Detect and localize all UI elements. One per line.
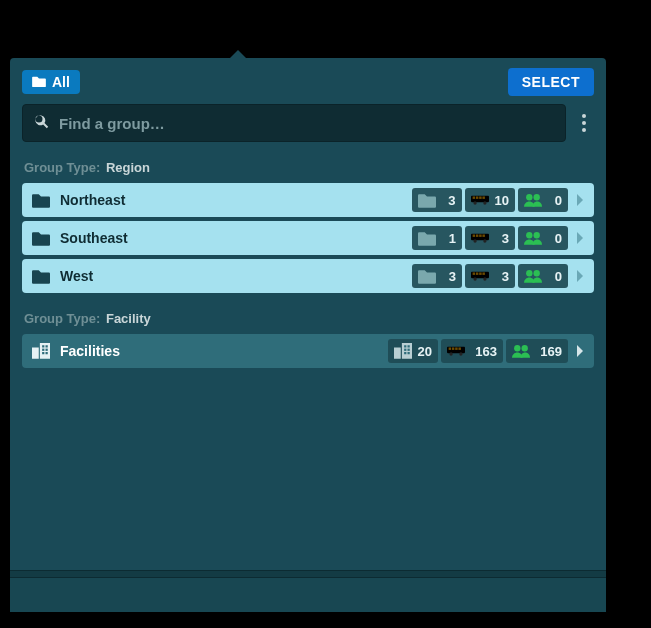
group-name: Northeast: [60, 192, 412, 208]
chevron-right-icon[interactable]: [570, 270, 590, 282]
count-value: 3: [495, 269, 509, 284]
select-button[interactable]: SELECT: [508, 68, 594, 96]
folder-icon: [32, 230, 50, 246]
count-badge-building: 20: [388, 339, 438, 363]
footer-divider: [10, 570, 606, 578]
group-row[interactable]: Southeast130: [22, 221, 594, 255]
folder-icon: [418, 269, 436, 283]
search-icon: [33, 113, 59, 133]
count-badge-people: 0: [518, 188, 568, 212]
folder-icon: [32, 74, 46, 90]
count-value: 169: [536, 344, 562, 359]
people-icon: [524, 193, 542, 207]
badge-group: 3100: [412, 188, 568, 212]
chevron-right-icon[interactable]: [570, 232, 590, 244]
footer-bar: [10, 578, 606, 612]
search-row: [10, 104, 606, 152]
building-icon: [394, 344, 412, 358]
all-chip-label: All: [52, 74, 70, 90]
people-icon: [512, 344, 530, 358]
count-value: 0: [548, 231, 562, 246]
count-value: 20: [418, 344, 432, 359]
section-rows: Northeast3100Southeast130West330: [10, 183, 606, 293]
section-label: Group Type: Facility: [10, 303, 606, 334]
section-label-prefix: Group Type:: [24, 160, 100, 175]
more-options-button[interactable]: [574, 108, 594, 138]
count-badge-folder: 3: [412, 264, 462, 288]
folder-icon: [418, 231, 436, 245]
chevron-right-icon[interactable]: [570, 194, 590, 206]
folder-icon: [32, 192, 50, 208]
section-label-value: Facility: [106, 311, 151, 326]
count-badge-people: 0: [518, 264, 568, 288]
section-label: Group Type: Region: [10, 152, 606, 183]
group-name: Facilities: [60, 343, 388, 359]
group-list: Group Type: RegionNortheast3100Southeast…: [10, 152, 606, 570]
count-badge-bus: 3: [465, 264, 515, 288]
search-input[interactable]: [59, 115, 555, 132]
count-value: 3: [442, 193, 456, 208]
count-badge-bus: 10: [465, 188, 515, 212]
count-badge-people: 0: [518, 226, 568, 250]
people-icon: [524, 269, 542, 283]
count-value: 10: [495, 193, 509, 208]
group-name: Southeast: [60, 230, 412, 246]
section-rows: Facilities20163169: [10, 334, 606, 368]
badge-group: 20163169: [388, 339, 568, 363]
group-row[interactable]: West330: [22, 259, 594, 293]
bus-icon: [471, 231, 489, 245]
group-name: West: [60, 268, 412, 284]
bus-icon: [471, 269, 489, 283]
building-icon: [32, 343, 50, 359]
folder-icon: [32, 268, 50, 284]
bus-icon: [471, 193, 489, 207]
search-box[interactable]: [22, 104, 566, 142]
count-badge-bus: 3: [465, 226, 515, 250]
group-row[interactable]: Facilities20163169: [22, 334, 594, 368]
bus-icon: [447, 344, 465, 358]
badge-group: 130: [412, 226, 568, 250]
badge-group: 330: [412, 264, 568, 288]
count-value: 0: [548, 269, 562, 284]
panel-header: All SELECT: [10, 58, 606, 104]
count-value: 0: [548, 193, 562, 208]
group-row[interactable]: Northeast3100: [22, 183, 594, 217]
count-value: 3: [495, 231, 509, 246]
count-badge-people: 169: [506, 339, 568, 363]
count-value: 163: [471, 344, 497, 359]
count-value: 3: [442, 269, 456, 284]
count-badge-folder: 1: [412, 226, 462, 250]
count-value: 1: [442, 231, 456, 246]
count-badge-folder: 3: [412, 188, 462, 212]
all-chip[interactable]: All: [22, 70, 80, 94]
chevron-right-icon[interactable]: [570, 345, 590, 357]
group-selector-panel: All SELECT Group Type: RegionNortheast31…: [10, 58, 606, 612]
folder-icon: [418, 193, 436, 207]
section-label-prefix: Group Type:: [24, 311, 100, 326]
people-icon: [524, 231, 542, 245]
section-label-value: Region: [106, 160, 150, 175]
count-badge-bus: 163: [441, 339, 503, 363]
